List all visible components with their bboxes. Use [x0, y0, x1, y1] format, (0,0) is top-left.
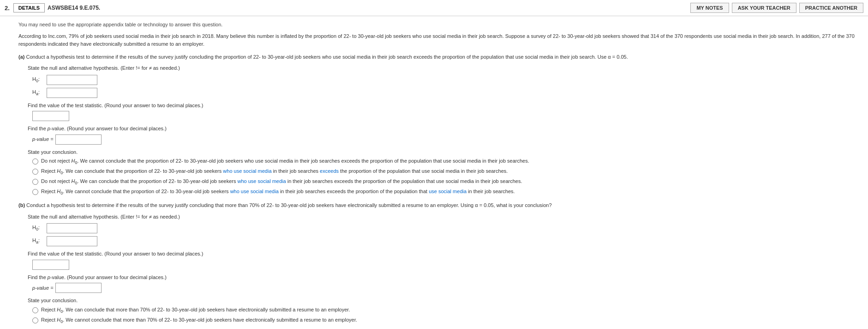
part-b-pvalue-prefix: p-value = [32, 284, 54, 292]
part-b-h0-row: H0: [32, 223, 859, 233]
part-a-option-3-label: Do not reject H0. We can conclude that t… [41, 178, 522, 186]
part-b-option-1: Reject H0. We can conclude that more tha… [32, 306, 859, 315]
part-a-pvalue-row: p-value = [32, 134, 859, 145]
part-b-find-stat-label: Find the value of the test statistic. (R… [28, 250, 859, 258]
part-a-option-2-label: Reject H0. We can conclude that the prop… [41, 168, 508, 176]
part-b-pvalue-row: p-value = [32, 283, 859, 293]
part-a-h0-row: H0: [32, 75, 859, 85]
part-b-label: (b) Conduct a hypothesis test to determi… [18, 201, 859, 209]
part-a-label: (a) Conduct a hypothesis test to determi… [18, 53, 859, 61]
part-b-h0-label: H0: [32, 224, 44, 233]
part-a-option-2: Reject H0. We can conclude that the prop… [32, 168, 859, 176]
practice-another-button[interactable]: PRACTICE ANOTHER [799, 3, 863, 13]
part-a-radio-4[interactable] [32, 189, 38, 195]
technology-link[interactable]: technology [144, 22, 168, 27]
part-a-ha-row: Ha: [32, 88, 859, 98]
part-b-option-3: Do not reject H0. We cannot conclude tha… [32, 326, 859, 327]
part-b-h0-input[interactable] [47, 223, 97, 233]
part-a-option-4: Reject H0. We cannot conclude that the p… [32, 188, 859, 196]
question-code: ASWSBE14 9.E.075. [48, 5, 100, 11]
part-b-option-3-label: Do not reject H0. We cannot conclude tha… [41, 326, 371, 327]
part-a-pvalue-input[interactable] [55, 134, 102, 145]
part-b-radio-1[interactable] [32, 307, 38, 313]
part-b-state-conclusion: State your conclusion. [28, 297, 859, 305]
part-a-radio-3[interactable] [32, 179, 38, 185]
part-a-find-pvalue-label: Find the p-value. (Round your answer to … [28, 125, 859, 133]
part-b-sub-instruction: State the null and alternative hypothesi… [28, 213, 859, 221]
part-a-h0-input[interactable] [47, 75, 97, 85]
part-a-option-1-label: Do not reject H0. We cannot conclude tha… [41, 158, 529, 166]
part-a-text: Conduct a hypothesis test to determine i… [26, 54, 628, 60]
part-b-ha-row: Ha: [32, 236, 859, 246]
question-number: 2. [5, 5, 10, 12]
part-b-pvalue-input[interactable] [55, 283, 102, 293]
part-b-find-pvalue-label: Find the p-value. (Round your answer to … [28, 274, 859, 281]
part-a-sub-instruction: State the null and alternative hypothesi… [28, 64, 859, 72]
part-b-text: Conduct a hypothesis test to determine i… [26, 202, 551, 208]
problem-text: According to Inc.com, 79% of job seekers… [18, 32, 859, 49]
part-a-radio-1[interactable] [32, 158, 38, 164]
content-area: You may need to use the appropriate appe… [0, 16, 868, 327]
part-a-pvalue-prefix: p-value = [32, 135, 54, 143]
instruction-text: You may need to use the appropriate appe… [18, 21, 859, 29]
part-b-option-2-label: Reject H0. We cannot conclude that more … [41, 317, 357, 325]
part-b-ha-input[interactable] [47, 236, 97, 246]
header-actions: MY NOTES ASK YOUR TEACHER PRACTICE ANOTH… [690, 3, 863, 13]
part-a-ha-input[interactable] [47, 88, 97, 98]
part-a-stat-input[interactable] [32, 111, 69, 121]
part-b-ha-label: Ha: [32, 237, 44, 246]
ask-teacher-button[interactable]: ASK YOUR TEACHER [732, 3, 796, 13]
part-a-option-3: Do not reject H0. We can conclude that t… [32, 178, 859, 186]
appendix-link[interactable]: appendix table [103, 22, 136, 27]
part-b-stat-input[interactable] [32, 260, 69, 270]
part-a-state-conclusion: State your conclusion. [28, 148, 859, 156]
details-button[interactable]: DETAILS [13, 3, 45, 12]
part-a-h0-label: H0: [32, 75, 44, 85]
header: 2. DETAILS ASWSBE14 9.E.075. MY NOTES AS… [0, 0, 868, 16]
my-notes-button[interactable]: MY NOTES [690, 3, 729, 13]
part-a-ha-label: Ha: [32, 88, 44, 97]
part-a-option-1: Do not reject H0. We cannot conclude tha… [32, 158, 859, 166]
part-b-option-1-label: Reject H0. We can conclude that more tha… [41, 306, 350, 315]
part-a-find-stat-label: Find the value of the test statistic. (R… [28, 102, 859, 110]
part-b-radio-2[interactable] [32, 317, 38, 323]
part-a-radio-2[interactable] [32, 169, 38, 175]
part-a-option-4-label: Reject H0. We cannot conclude that the p… [41, 188, 515, 196]
part-b-option-2: Reject H0. We cannot conclude that more … [32, 317, 859, 325]
